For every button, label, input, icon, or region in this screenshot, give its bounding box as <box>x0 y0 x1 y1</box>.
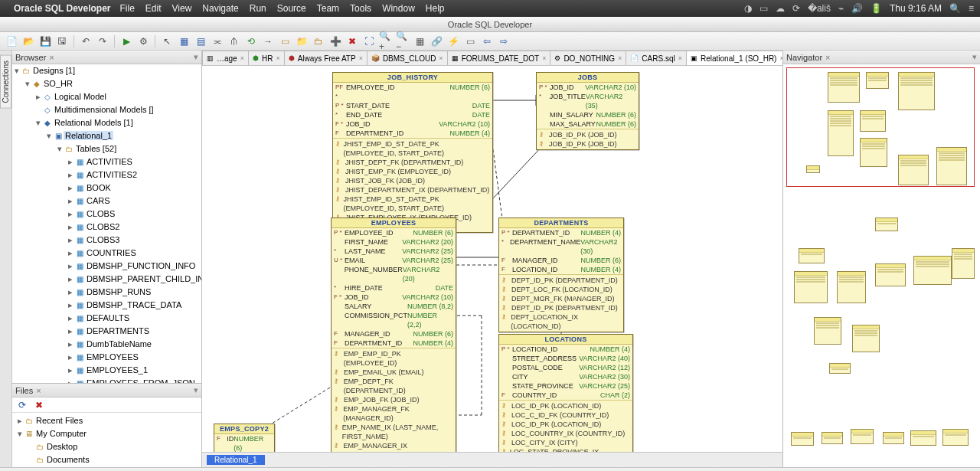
tab-1[interactable]: ⬢HR× <box>248 51 285 65</box>
files-desktop[interactable]: Desktop <box>45 442 79 451</box>
table-node[interactable]: DBMSHP_FUNCTION_INFO <box>85 261 197 270</box>
entity-column[interactable]: FIDNUMBER (6) <box>214 434 274 452</box>
entity-column[interactable]: STATE_PROVINCEVARCHAR2 (25) <box>499 381 632 391</box>
entity-index[interactable]: ⚷EMP_JOB_FK (JOB_ID) <box>334 395 453 404</box>
menu-source[interactable]: Source <box>277 3 306 14</box>
sync-icon[interactable]: ⟳ <box>792 3 800 14</box>
save-button[interactable]: 💾 <box>38 34 52 48</box>
entity-index[interactable]: ⚷JHIST_EMP_ID_ST_DATE_PK (EMPLOYEE_ID, S… <box>335 195 490 213</box>
folder2-tool[interactable]: 🗀 <box>312 34 325 48</box>
tab-3[interactable]: 📦DBMS_CLOUD× <box>367 51 448 65</box>
layout-tool[interactable]: ▦ <box>413 34 426 48</box>
entity-column[interactable]: MAX_SALARYNUMBER (6) <box>537 119 639 129</box>
entity-column[interactable]: PF *EMPLOYEE_IDNUMBER (6) <box>333 83 492 101</box>
entity-index[interactable]: ⚷LOC_CITY_IX (CITY) <box>501 438 630 447</box>
undo-button[interactable]: ↶ <box>79 34 93 48</box>
entity-column[interactable]: POSTAL_CODEVARCHAR2 (12) <box>499 363 632 372</box>
entity-index[interactable]: ⚷EMP_MANAGER_FK (MANAGER_ID) <box>334 404 453 423</box>
entity-index[interactable]: ⚷JHIST_EMP_FK (EMPLOYEE_ID) <box>335 167 490 176</box>
files-refresh-icon[interactable]: ⟳ <box>15 398 29 412</box>
entity-index[interactable]: ⚷LOC_COUNTRY_IX (COUNTRY_ID) <box>501 429 630 438</box>
menu-team[interactable]: Team <box>317 3 339 14</box>
menu-run[interactable]: Run <box>250 3 266 14</box>
entity-column[interactable]: *HIRE_DATEDATE <box>332 283 456 293</box>
entity-column[interactable]: FCOUNTRY_IDCHAR (2) <box>499 391 632 400</box>
menu-view[interactable]: View <box>172 3 192 14</box>
table-node[interactable]: DBMSHP_PARENT_CHILD_INFO <box>85 274 201 283</box>
entity-column[interactable]: *JOB_TITLEVARCHAR2 (35) <box>537 92 639 110</box>
menu-tools[interactable]: Tools <box>350 3 371 14</box>
tab-4[interactable]: ▦FORUMS_DATE_DOT× <box>447 51 551 65</box>
browser-tree[interactable]: ▾🗀Designs [1] ▾◆SO_HR ▸◇Logical Model ◇M… <box>12 64 201 383</box>
entity-employees[interactable]: EMPLOYEESP *EMPLOYEE_IDNUMBER (6)FIRST_N… <box>331 218 456 452</box>
entity-column[interactable]: SALARYNUMBER (8,2) <box>332 302 456 311</box>
entity-column[interactable]: F *JOB_IDVARCHAR2 (10) <box>333 119 492 129</box>
engineer-tool[interactable]: ⚡ <box>446 34 460 48</box>
files-mycomputer[interactable]: My Computer <box>34 429 88 438</box>
fwd-tool[interactable]: ⇨ <box>497 34 511 48</box>
entity-column[interactable]: U *EMAILVARCHAR2 (25) <box>332 256 456 265</box>
entity-column[interactable]: COMMISSION_PCTNUMBER (2,2) <box>332 311 456 329</box>
new-table-tool[interactable]: ▦ <box>177 34 191 48</box>
note-tool[interactable]: ▭ <box>278 34 292 48</box>
navigator-minimap[interactable] <box>783 64 980 467</box>
tray-icon[interactable]: ▭ <box>760 3 768 14</box>
table-node[interactable]: ACTIVITIES <box>85 157 134 166</box>
entity-index[interactable]: ⚷DEPT_ID_PK (DEPARTMENT_ID) <box>501 276 621 285</box>
files-close-icon[interactable]: × <box>36 386 41 395</box>
rel-models-node[interactable]: Relational Models [1] <box>53 118 135 127</box>
new-button[interactable]: 📄 <box>5 34 18 48</box>
logical-model-node[interactable]: Logical Model <box>53 92 108 101</box>
browser-menu-icon[interactable]: ▾ <box>194 52 198 62</box>
open-button[interactable]: 📂 <box>21 34 35 48</box>
entity-column[interactable]: P *DEPARTMENT_IDNUMBER (4) <box>499 228 623 237</box>
table-node[interactable]: DBMSHP_TRACE_DATA <box>85 300 183 309</box>
entity-index[interactable]: ⚷LOC_ID_PK (LOCATION_ID) <box>501 401 630 410</box>
entity-column[interactable]: P *JOB_IDVARCHAR2 (10) <box>537 83 639 92</box>
files-delete-icon[interactable]: ✖ <box>32 398 46 412</box>
table-node[interactable]: DumbTableName <box>85 339 153 348</box>
entity-index[interactable]: ⚷JOB_ID_PK (JOB_ID) <box>539 130 636 139</box>
entity-departments[interactable]: DEPARTMENTSP *DEPARTMENT_IDNUMBER (4)*DE… <box>498 218 624 332</box>
entity-index[interactable]: ⚷EMP_NAME_IX (LAST_NAME, FIRST_NAME) <box>334 423 453 441</box>
redo-button[interactable]: ↷ <box>96 34 109 48</box>
tab-7[interactable]: ▣Relational_1 (SO_HR)× <box>686 51 782 65</box>
entity-locations[interactable]: LOCATIONSP *LOCATION_IDNUMBER (4)STREET_… <box>498 334 633 452</box>
delete-tool[interactable]: ✖ <box>345 34 359 48</box>
entity-column[interactable]: FDEPARTMENT_IDNUMBER (4) <box>333 129 492 138</box>
entity-index[interactable]: ⚷EMP_EMP_ID_PK (EMPLOYEE_ID) <box>334 349 453 368</box>
entity-index[interactable]: ⚷DEPT_LOCATION_IX (LOCATION_ID) <box>501 312 621 331</box>
cloud-icon[interactable]: ☁ <box>776 3 785 14</box>
entity-index[interactable]: ⚷LOC_ID_PK (LOCATION_ID) <box>501 420 630 429</box>
volume-icon[interactable]: 🔊 <box>851 3 863 14</box>
split-tool[interactable]: ⫘ <box>211 34 224 48</box>
close-icon[interactable]: × <box>678 54 682 62</box>
schema-node[interactable]: SO_HR <box>42 79 74 88</box>
diagram-canvas[interactable]: JOB_HISTORYPF *EMPLOYEE_IDNUMBER (6)P *S… <box>202 66 782 452</box>
debug-button[interactable]: ⚙ <box>136 34 150 48</box>
entity-index[interactable]: ⚷LOC_STATE_PROVINCE_IX (STATE_PROVINCE) <box>501 447 630 452</box>
refresh-tool[interactable]: ⟲ <box>244 34 258 48</box>
entity-index[interactable]: ⚷DEPT_LOC_FK (LOCATION_ID) <box>501 285 621 294</box>
table-node[interactable]: BOOK <box>85 183 113 192</box>
files-recent[interactable]: Recent Files <box>34 416 84 425</box>
table-node[interactable]: DBMSHP_RUNS <box>85 287 152 296</box>
entity-index[interactable]: ⚷EMP_EMAIL_UK (EMAIL) <box>334 368 453 377</box>
tab-tool[interactable]: ▭ <box>463 34 477 48</box>
table-node[interactable]: CLOBS <box>85 209 116 218</box>
tab-0[interactable]: ▥…age× <box>202 51 249 65</box>
entity-index[interactable]: ⚷JHIST_EMP_ID_ST_DATE_PK (EMPLOYEE_ID, S… <box>335 139 490 158</box>
link-tool[interactable]: 🔗 <box>430 34 443 48</box>
battery-icon[interactable]: 🔋 <box>871 3 882 14</box>
menu-help[interactable]: Help <box>426 3 445 14</box>
entity-emps-copy2[interactable]: EMPS_COPY2FIDNUMBER (6) <box>214 424 275 452</box>
forward-tool[interactable]: → <box>261 34 275 48</box>
save-all-button[interactable]: 🖫 <box>55 34 69 48</box>
files-documents[interactable]: Documents <box>45 455 91 464</box>
entity-job-history[interactable]: JOB_HISTORYPF *EMPLOYEE_IDNUMBER (6)P *S… <box>332 72 493 233</box>
entity-jobs[interactable]: JOBSP *JOB_IDVARCHAR2 (10)*JOB_TITLEVARC… <box>536 72 639 150</box>
new-view-tool[interactable]: ▤ <box>194 34 207 48</box>
entity-column[interactable]: MIN_SALARYNUMBER (6) <box>537 110 639 119</box>
entity-column[interactable]: PHONE_NUMBERVARCHAR2 (20) <box>332 265 456 283</box>
entity-index[interactable]: ⚷DEPT_MGR_FK (MANAGER_ID) <box>501 294 621 303</box>
